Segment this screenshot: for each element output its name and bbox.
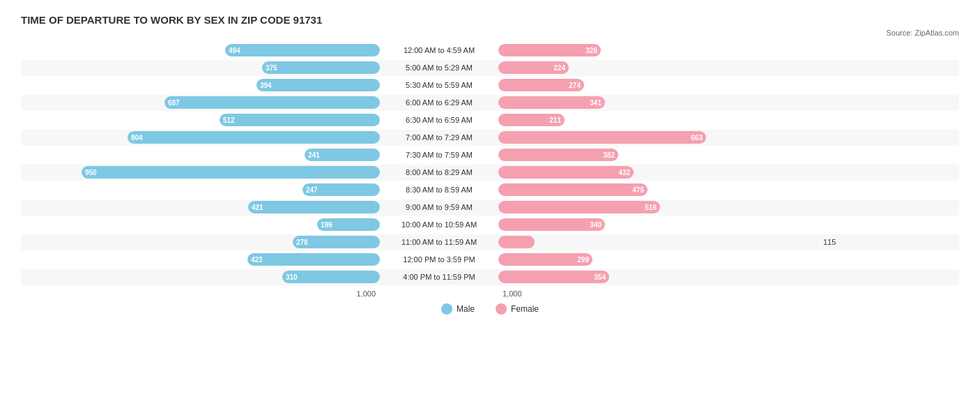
time-label: 8:30 AM to 8:59 AM bbox=[380, 186, 498, 194]
female-bar-container: 224 bbox=[498, 61, 819, 74]
female-bar: 382 bbox=[498, 149, 618, 161]
female-bar-container: 340 bbox=[498, 218, 819, 231]
chart-title: TIME OF DEPARTURE TO WORK BY SEX IN ZIP … bbox=[21, 14, 959, 26]
time-label: 12:00 PM to 3:59 PM bbox=[380, 255, 498, 264]
row-group: 804 7:00 AM to 7:29 AM 663 bbox=[21, 130, 959, 146]
male-val-inside: 247 bbox=[303, 186, 321, 194]
female-val-inside: 211 bbox=[546, 116, 565, 124]
legend-female: Female bbox=[496, 303, 539, 315]
time-label: 5:00 AM to 5:29 AM bbox=[380, 63, 498, 72]
male-bar-container: 687 bbox=[59, 96, 380, 109]
female-val-inside: 299 bbox=[574, 256, 592, 264]
bar-row: 199 10:00 AM to 10:59 AM 340 bbox=[21, 217, 959, 232]
male-val-inside: 494 bbox=[225, 47, 244, 54]
male-val-inside: 804 bbox=[128, 134, 146, 142]
bar-row: 310 4:00 PM to 11:59 PM 354 bbox=[21, 269, 959, 285]
female-bar: 211 bbox=[498, 114, 565, 126]
female-bar: 341 bbox=[498, 96, 605, 109]
female-bar-container: 475 bbox=[498, 183, 819, 196]
legend: Male Female bbox=[21, 303, 959, 315]
row-group: 394 5:30 AM to 5:59 AM 274 bbox=[21, 77, 959, 93]
time-label: 7:00 AM to 7:29 AM bbox=[380, 133, 498, 142]
female-bar-container: 382 bbox=[498, 149, 819, 161]
male-bar: 375 bbox=[262, 61, 380, 74]
bar-row: 423 12:00 PM to 3:59 PM 299 bbox=[21, 252, 959, 267]
male-bar-container: 950 bbox=[59, 166, 380, 179]
male-bar-container: 310 bbox=[59, 271, 380, 283]
male-bar: 687 bbox=[164, 96, 380, 109]
male-bar: 512 bbox=[220, 114, 380, 126]
male-val-inside: 423 bbox=[247, 256, 266, 264]
male-bar: 804 bbox=[128, 131, 380, 144]
female-val-inside: 475 bbox=[629, 186, 648, 194]
time-label: 8:00 AM to 8:29 AM bbox=[380, 168, 498, 176]
female-value: 115 bbox=[819, 238, 857, 246]
male-bar: 950 bbox=[82, 166, 380, 179]
female-bar-container: 211 bbox=[498, 114, 819, 126]
male-bar: 241 bbox=[305, 149, 380, 161]
female-val-inside: 663 bbox=[687, 134, 706, 142]
female-val-inside: 354 bbox=[590, 273, 609, 281]
male-bar-container: 199 bbox=[59, 218, 380, 231]
male-val-inside: 375 bbox=[262, 64, 281, 72]
female-bar-container: 516 bbox=[498, 201, 819, 213]
female-bar-container: 354 bbox=[498, 271, 819, 283]
row-group: 199 10:00 AM to 10:59 AM 340 bbox=[21, 217, 959, 233]
male-bar: 278 bbox=[293, 236, 380, 248]
time-label: 4:00 PM to 11:59 PM bbox=[380, 273, 498, 281]
female-bar-container bbox=[498, 236, 819, 248]
female-bar-container: 299 bbox=[498, 253, 819, 266]
time-label: 6:00 AM to 6:29 AM bbox=[380, 98, 498, 107]
bar-row: 241 7:30 AM to 7:59 AM 382 bbox=[21, 147, 959, 163]
female-val-inside: 516 bbox=[641, 204, 660, 211]
female-val-inside: 432 bbox=[615, 169, 634, 176]
female-bar: 299 bbox=[498, 253, 592, 266]
bar-row: 512 6:30 AM to 6:59 AM 211 bbox=[21, 112, 959, 128]
male-val-inside: 950 bbox=[82, 169, 100, 176]
bar-row: 421 9:00 AM to 9:59 AM 516 bbox=[21, 199, 959, 215]
male-bar: 199 bbox=[317, 218, 380, 231]
female-bar-container: 326 bbox=[498, 44, 819, 56]
female-bar bbox=[498, 236, 535, 248]
time-label: 12:00 AM to 4:59 AM bbox=[380, 46, 498, 54]
legend-male-box bbox=[441, 303, 452, 315]
bar-row: 950 8:00 AM to 8:29 AM 432 bbox=[21, 165, 959, 180]
male-val-inside: 278 bbox=[293, 239, 312, 246]
row-group: 512 6:30 AM to 6:59 AM 211 bbox=[21, 112, 959, 128]
male-bar-container: 804 bbox=[59, 131, 380, 144]
legend-female-box bbox=[496, 303, 507, 315]
source-label: Source: ZipAtlas.com bbox=[21, 29, 959, 37]
time-label: 5:30 AM to 5:59 AM bbox=[380, 81, 498, 89]
female-val-inside: 274 bbox=[565, 82, 584, 89]
male-bar: 247 bbox=[303, 183, 380, 196]
female-bar: 340 bbox=[498, 218, 605, 231]
female-bar-container: 341 bbox=[498, 96, 819, 109]
male-val-inside: 310 bbox=[282, 273, 301, 281]
row-group: 310 4:00 PM to 11:59 PM 354 bbox=[21, 269, 959, 285]
female-val-inside: 341 bbox=[586, 99, 605, 107]
legend-male: Male bbox=[441, 303, 475, 315]
female-bar: 475 bbox=[498, 183, 648, 196]
row-group: 241 7:30 AM to 7:59 AM 382 bbox=[21, 147, 959, 163]
male-bar: 310 bbox=[282, 271, 380, 283]
male-bar-container: 247 bbox=[59, 183, 380, 196]
axis-row: 1,000 1,000 bbox=[21, 289, 959, 298]
bar-row: 687 6:00 AM to 6:29 AM 341 bbox=[21, 95, 959, 110]
male-bar: 394 bbox=[257, 79, 380, 91]
male-bar-container: 423 bbox=[59, 253, 380, 266]
male-bar-container: 394 bbox=[59, 79, 380, 91]
male-val-inside: 512 bbox=[220, 116, 238, 124]
time-label: 7:30 AM to 7:59 AM bbox=[380, 151, 498, 159]
row-group: 950 8:00 AM to 8:29 AM 432 bbox=[21, 165, 959, 181]
female-bar: 354 bbox=[498, 271, 609, 283]
chart-area: 494 12:00 AM to 4:59 AM 326 375 5:00 AM … bbox=[21, 43, 959, 285]
row-group: 687 6:00 AM to 6:29 AM 341 bbox=[21, 95, 959, 111]
female-bar: 274 bbox=[498, 79, 584, 91]
male-bar-container: 278 bbox=[59, 236, 380, 248]
time-label: 9:00 AM to 9:59 AM bbox=[380, 203, 498, 211]
female-bar: 516 bbox=[498, 201, 660, 213]
female-val-inside: 382 bbox=[599, 151, 618, 159]
bar-row: 394 5:30 AM to 5:59 AM 274 bbox=[21, 77, 959, 93]
female-bar: 432 bbox=[498, 166, 634, 179]
time-label: 6:30 AM to 6:59 AM bbox=[380, 116, 498, 124]
